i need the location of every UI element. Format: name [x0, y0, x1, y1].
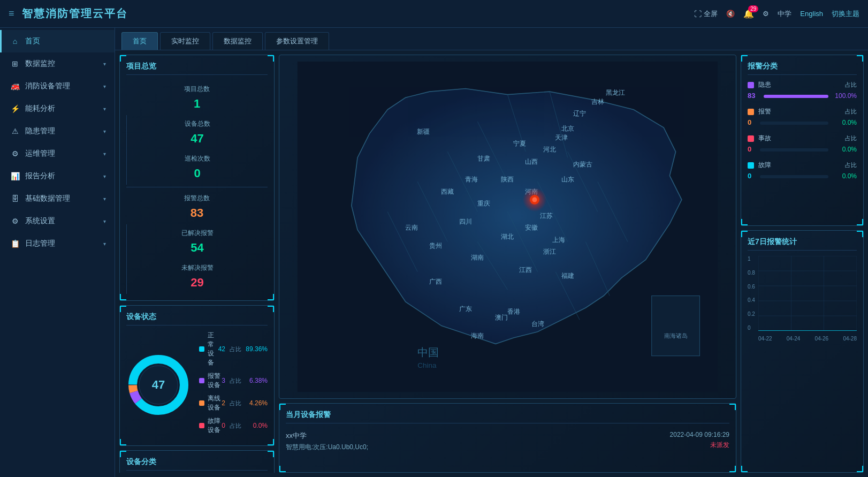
svg-text:台湾: 台湾	[531, 320, 544, 328]
y-label-4: 0.4	[748, 297, 758, 303]
alarm-name-hidden: 隐患	[758, 80, 845, 89]
line-chart-svg	[758, 256, 857, 331]
mute-icon: 🔇	[726, 10, 735, 18]
svg-text:China: China	[417, 361, 437, 369]
x-date-2: 04-26	[815, 336, 829, 342]
device-legend: 正常设备 42 占比 89.36% 报警设备 3 占比 6.38%	[199, 331, 268, 439]
alert-row: xx中学 智慧用电:次压:Ua0.Ub0,Uc0; 2022-04-09 09:…	[286, 429, 729, 454]
legend-count-normal: 42	[218, 345, 225, 353]
stat-value-inspection: 0	[129, 166, 265, 180]
alarm-dot-fault	[748, 162, 754, 169]
legend-sep2: 占比	[230, 377, 241, 385]
svg-text:贵州: 贵州	[429, 242, 442, 249]
tab-params[interactable]: 参数设置管理	[265, 32, 329, 50]
notification-button[interactable]: 🔔 29	[743, 9, 754, 19]
sidebar-label-fire-device: 消防设备管理	[25, 81, 103, 91]
sidebar-label-ops: 运维管理	[25, 149, 103, 158]
legend-sep3: 占比	[230, 399, 241, 407]
stat-label-unresolved: 未解决报警	[129, 263, 265, 272]
project-stats-row1: 项目总数 1 设备总数 47 巡检次数 0	[126, 80, 268, 185]
mute-button[interactable]: 🔇	[726, 10, 735, 18]
alarm-name-accident: 事故	[758, 134, 845, 143]
sidebar-item-data-monitor[interactable]: ⊞ 数据监控 ▾	[0, 52, 115, 75]
fire-device-icon: 🚒	[10, 82, 20, 90]
y-label-1: 1	[748, 256, 758, 262]
x-date-1: 04-24	[787, 336, 801, 342]
legend-name-normal: 正常设备	[208, 331, 218, 367]
sidebar-item-ops[interactable]: ⚙ 运维管理 ▾	[0, 142, 115, 165]
alarm-pct-hidden: 100.0%	[833, 92, 857, 100]
legend-item-normal: 正常设备 42 占比 89.36%	[199, 331, 268, 367]
alert-desc: 智慧用电:次压:Ua0.Ub0,Uc0;	[286, 443, 368, 452]
sidebar-item-energy[interactable]: ⚡ 能耗分析 ▾	[0, 97, 115, 120]
sidebar-item-hidden-risk[interactable]: ⚠ 隐患管理 ▾	[0, 120, 115, 142]
alert-school: xx中学	[286, 431, 368, 441]
sys-settings-icon: ⚙	[10, 217, 20, 225]
legend-dot-normal	[199, 346, 204, 352]
alarm-item-alarm: 报警 占比 0 0.0%	[748, 107, 857, 126]
alarm-bar-track-fault	[760, 175, 828, 178]
stat-label-project: 项目总数	[128, 85, 265, 94]
stat-unresolved: 未解决报警 29	[126, 259, 268, 294]
svg-text:广东: 广东	[459, 305, 472, 313]
middle-column: 新疆 西藏 云南 广西 广东 澳门 香港 台湾 海南 贵州 湖南	[279, 55, 736, 473]
chevron-down-icon-8: ▾	[103, 218, 106, 224]
device-status-card: 设备状态	[119, 305, 275, 446]
svg-text:黑龙江: 黑龙江	[606, 89, 625, 96]
svg-text:广西: 广西	[429, 278, 442, 285]
main-layout: ⌂ 首页 ⊞ 数据监控 ▾ 🚒 消防设备管理 ▾ ⚡ 能耗分析 ▾ ⚠ 隐患管理…	[0, 28, 868, 477]
lang-cn[interactable]: 中学	[778, 9, 791, 19]
legend-count-offline: 2	[222, 399, 225, 407]
alarm-pct-label-fault: 占比	[845, 161, 857, 169]
monthly-alert-title: 当月设备报警	[286, 410, 729, 423]
fullscreen-button[interactable]: ⛶ 全屏	[694, 9, 718, 19]
alert-status: 未派发	[670, 441, 729, 450]
sidebar-item-fire-device[interactable]: 🚒 消防设备管理 ▾	[0, 75, 115, 97]
stat-value-alarm-total: 83	[128, 206, 265, 220]
alarm-dot-accident	[748, 135, 754, 142]
svg-text:甘肃: 甘肃	[477, 155, 490, 162]
menu-icon[interactable]: ≡	[9, 8, 14, 19]
tab-home[interactable]: 首页	[121, 32, 158, 50]
sidebar-label-sys-settings: 系统设置	[25, 216, 103, 226]
tab-realtime[interactable]: 实时监控	[160, 32, 210, 50]
alarm-count-hidden: 83	[748, 92, 755, 100]
content-area: 首页 实时监控 数据监控 参数设置管理 项目总览 项目总数 1	[115, 28, 868, 477]
weekly-stats-title: 近7日报警统计	[748, 237, 857, 251]
line-chart-area: 1 0.8 0.6 0.4 0.2 0	[748, 256, 857, 342]
donut-center-value: 47	[152, 378, 165, 392]
settings-button[interactable]: ⚙	[763, 10, 769, 18]
map-card: 新疆 西藏 云南 广西 广东 澳门 香港 台湾 海南 贵州 湖南	[279, 55, 736, 399]
sidebar-item-base-data[interactable]: 🗄 基础数据管理 ▾	[0, 187, 115, 210]
sidebar-item-sys-settings[interactable]: ⚙ 系统设置 ▾	[0, 210, 115, 232]
sidebar-label-report: 报告分析	[25, 171, 103, 181]
lang-en[interactable]: English	[800, 10, 823, 18]
sidebar-item-log[interactable]: 📋 日志管理 ▾	[0, 232, 115, 255]
theme-button[interactable]: 切换主题	[832, 9, 859, 19]
stat-value-device: 47	[129, 132, 265, 146]
legend-name-fault: 故障设备	[208, 417, 222, 435]
home-icon: ⌂	[10, 37, 20, 46]
stat-value-unresolved: 29	[129, 276, 265, 290]
tab-data[interactable]: 数据监控	[212, 32, 263, 50]
svg-text:湖南: 湖南	[471, 254, 484, 261]
svg-text:湖北: 湖北	[501, 233, 514, 240]
alert-left: xx中学 智慧用电:次压:Ua0.Ub0,Uc0;	[286, 431, 368, 452]
project-overview-card: 项目总览 项目总数 1 设备总数 47 巡检次数 0	[119, 55, 275, 301]
stat-label-device: 设备总数	[129, 119, 265, 128]
china-map-svg: 新疆 西藏 云南 广西 广东 澳门 香港 台湾 海南 贵州 湖南	[286, 62, 729, 392]
alarm-header-alarm: 报警 占比	[748, 107, 857, 116]
legend-item-fault: 故障设备 0 占比 0.0%	[199, 417, 268, 435]
svg-text:香港: 香港	[507, 308, 520, 315]
ops-icon: ⚙	[10, 149, 20, 158]
sidebar-label-home: 首页	[25, 36, 106, 46]
legend-pct-normal: 89.36%	[243, 345, 268, 353]
svg-text:浙江: 浙江	[543, 248, 556, 255]
chart-x-labels: 04-22 04-24 04-26 04-28	[758, 336, 857, 342]
stat-value-project: 1	[128, 97, 265, 111]
stat-label-resolved: 已解决报警	[129, 229, 265, 238]
sidebar-item-home[interactable]: ⌂ 首页	[0, 30, 115, 52]
alarm-count-accident: 0	[748, 145, 751, 153]
y-label-2: 0.8	[748, 270, 758, 276]
sidebar-item-report[interactable]: 📊 报告分析 ▾	[0, 165, 115, 187]
